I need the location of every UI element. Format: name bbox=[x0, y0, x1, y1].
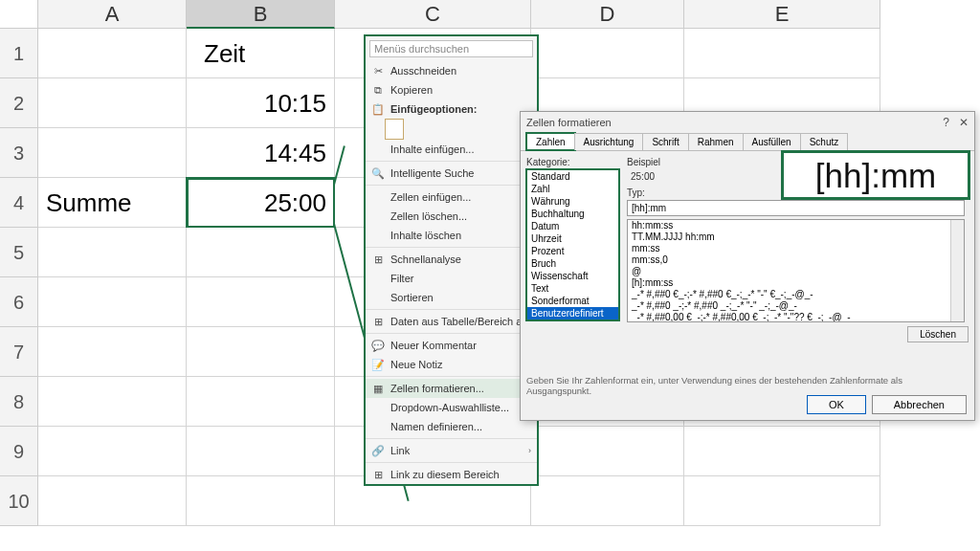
cat-wissenschaft[interactable]: Wissenschaft bbox=[527, 270, 618, 282]
cat-standard[interactable]: Standard bbox=[527, 170, 618, 183]
menu-new-comment[interactable]: 💬Neuer Kommentar bbox=[366, 336, 537, 355]
cat-prozent[interactable]: Prozent bbox=[527, 245, 618, 257]
format-item[interactable]: hh:mm:ss bbox=[628, 220, 964, 231]
format-item[interactable]: _-* #,##0 €_-;-* #,##0 €_-;_-* "-" €_-;_… bbox=[628, 289, 964, 300]
tab-schutz[interactable]: Schutz bbox=[800, 133, 849, 150]
cell-b7[interactable] bbox=[187, 327, 335, 377]
delete-format-button[interactable]: Löschen bbox=[907, 326, 969, 342]
menu-quick-analysis[interactable]: ⊞Schnellanalyse bbox=[366, 250, 537, 269]
cell-b4[interactable]: 25:00 bbox=[187, 178, 335, 228]
row-header-2[interactable]: 2 bbox=[0, 78, 38, 128]
close-button[interactable]: ✕ bbox=[959, 116, 969, 129]
cell-e10[interactable] bbox=[684, 476, 880, 526]
cell-b3[interactable]: 14:45 bbox=[187, 128, 335, 178]
cell-b5[interactable] bbox=[187, 228, 335, 277]
menu-from-table[interactable]: ⊞Daten aus Tabelle/Bereich a... bbox=[366, 312, 537, 331]
tab-zahlen[interactable]: Zahlen bbox=[526, 133, 575, 150]
menu-clear-contents[interactable]: Inhalte löschen bbox=[366, 226, 537, 245]
menu-cut[interactable]: ✂Ausschneiden bbox=[366, 61, 537, 80]
cell-b8[interactable] bbox=[187, 377, 335, 427]
cell-a2[interactable] bbox=[38, 78, 187, 128]
cell-a7[interactable] bbox=[38, 327, 187, 377]
cat-sonder[interactable]: Sonderformat bbox=[527, 295, 618, 307]
cell-a6[interactable] bbox=[38, 277, 187, 327]
ok-button[interactable]: OK bbox=[807, 395, 866, 414]
cell-a8[interactable] bbox=[38, 377, 187, 427]
menu-dropdown-list[interactable]: Dropdown-Auswahlliste... bbox=[366, 398, 537, 417]
menu-insert-cells[interactable]: Zellen einfügen... bbox=[366, 187, 537, 207]
menu-link[interactable]: 🔗Link› bbox=[366, 441, 537, 460]
menu-smart-lookup[interactable]: 🔍Intelligente Suche bbox=[366, 164, 537, 183]
row-header-8[interactable]: 8 bbox=[0, 377, 38, 427]
row-header-9[interactable]: 9 bbox=[0, 427, 38, 476]
cell-e9[interactable] bbox=[684, 427, 880, 476]
scrollbar[interactable] bbox=[950, 220, 964, 321]
cat-zahl[interactable]: Zahl bbox=[527, 183, 618, 195]
row-header-6[interactable]: 6 bbox=[0, 277, 38, 327]
row-header-4[interactable]: 4 bbox=[0, 178, 38, 228]
format-item[interactable]: @ bbox=[628, 266, 964, 277]
menu-search-input[interactable]: Menüs durchsuchen bbox=[369, 40, 533, 57]
cell-b1[interactable]: Zeit bbox=[187, 29, 335, 78]
cell-b9[interactable] bbox=[187, 427, 335, 476]
dialog-title-bar[interactable]: Zellen formatieren ? ✕ bbox=[521, 112, 974, 133]
cat-waehrung[interactable]: Währung bbox=[527, 195, 618, 208]
select-all-corner[interactable] bbox=[0, 0, 38, 29]
cat-text[interactable]: Text bbox=[527, 282, 618, 295]
cell-a5[interactable] bbox=[38, 228, 187, 277]
cell-b6[interactable] bbox=[187, 277, 335, 327]
cell-a3[interactable] bbox=[38, 128, 187, 178]
tab-ausrichtung[interactable]: Ausrichtung bbox=[574, 133, 644, 150]
tab-ausfuellen[interactable]: Ausfüllen bbox=[743, 133, 801, 150]
col-header-a[interactable]: A bbox=[38, 0, 187, 29]
format-item[interactable]: TT.MM.JJJJ hh:mm bbox=[628, 231, 964, 243]
row-header-5[interactable]: 5 bbox=[0, 228, 38, 277]
row-header-7[interactable]: 7 bbox=[0, 327, 38, 377]
cell-d9[interactable] bbox=[531, 427, 684, 476]
cat-benutzerdefiniert[interactable]: Benutzerdefiniert bbox=[527, 307, 618, 320]
menu-define-name[interactable]: Namen definieren... bbox=[366, 417, 537, 436]
menu-delete-cells[interactable]: Zellen löschen... bbox=[366, 207, 537, 226]
format-item[interactable]: mm:ss,0 bbox=[628, 254, 964, 266]
menu-format-cells[interactable]: ▦Zellen formatieren... bbox=[366, 379, 537, 398]
category-list[interactable]: Standard Zahl Währung Buchhaltung Datum … bbox=[526, 169, 619, 320]
menu-copy[interactable]: ⧉Kopieren bbox=[366, 80, 537, 99]
tab-schrift[interactable]: Schrift bbox=[642, 133, 688, 150]
col-header-b[interactable]: B bbox=[187, 0, 335, 29]
row-header-1[interactable]: 1 bbox=[0, 29, 38, 78]
tab-rahmen[interactable]: Rahmen bbox=[688, 133, 744, 150]
cell-a9[interactable] bbox=[38, 427, 187, 476]
format-item[interactable]: mm:ss bbox=[628, 243, 964, 254]
help-button[interactable]: ? bbox=[943, 116, 949, 129]
menu-paste-special[interactable]: Inhalte einfügen... bbox=[366, 140, 537, 159]
format-item[interactable]: _-* #,##0 _-;-* #,##0 _-;_-* "-" _-;_-@_… bbox=[628, 300, 964, 312]
cell-a4[interactable]: Summe bbox=[38, 178, 187, 228]
cancel-button[interactable]: Abbrechen bbox=[872, 395, 967, 414]
cell-b10[interactable] bbox=[187, 476, 335, 526]
menu-sort[interactable]: Sortieren› bbox=[366, 288, 537, 307]
menu-link-range[interactable]: ⊞Link zu diesem Bereich bbox=[366, 465, 537, 484]
col-header-c[interactable]: C bbox=[335, 0, 531, 29]
cell-d10[interactable] bbox=[531, 476, 684, 526]
col-header-e[interactable]: E bbox=[684, 0, 880, 29]
cell-b2[interactable]: 10:15 bbox=[187, 78, 335, 128]
cell-d1[interactable] bbox=[531, 29, 684, 78]
cat-bruch[interactable]: Bruch bbox=[527, 257, 618, 270]
cell-a10[interactable] bbox=[38, 476, 187, 526]
menu-new-note[interactable]: 📝Neue Notiz bbox=[366, 355, 537, 374]
col-header-d[interactable]: D bbox=[531, 0, 684, 29]
paste-icon: 📋 bbox=[371, 102, 385, 116]
row-header-10[interactable]: 10 bbox=[0, 476, 38, 526]
cell-e1[interactable] bbox=[684, 29, 880, 78]
format-item[interactable]: [h]:mm:ss bbox=[628, 277, 964, 289]
paste-option-default[interactable] bbox=[385, 119, 404, 140]
cell-a1[interactable] bbox=[38, 29, 187, 78]
format-item[interactable]: _-* #,##0,00 €_-;-* #,##0,00 €_-;_-* "-"… bbox=[628, 312, 964, 322]
type-input[interactable] bbox=[627, 200, 965, 216]
cat-datum[interactable]: Datum bbox=[527, 220, 618, 232]
row-header-3[interactable]: 3 bbox=[0, 128, 38, 178]
cat-buchhaltung[interactable]: Buchhaltung bbox=[527, 208, 618, 220]
cat-uhrzeit[interactable]: Uhrzeit bbox=[527, 232, 618, 245]
format-list[interactable]: hh:mm:ss TT.MM.JJJJ hh:mm mm:ss mm:ss,0 … bbox=[627, 219, 965, 322]
menu-filter[interactable]: Filter› bbox=[366, 269, 537, 288]
